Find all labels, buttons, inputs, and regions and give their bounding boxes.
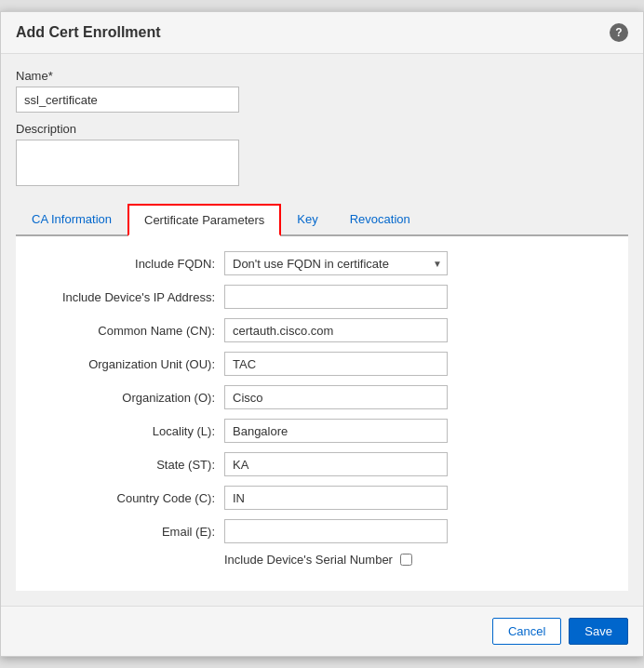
tab-certificate-parameters[interactable]: Certificate Parameters bbox=[127, 204, 281, 236]
include-device-ip-input[interactable] bbox=[224, 285, 448, 309]
tab-ca-information[interactable]: CA Information bbox=[16, 204, 127, 236]
tab-content-certificate-parameters: Include FQDN: Don't use FQDN in certific… bbox=[16, 236, 628, 591]
include-device-ip-row: Include Device's IP Address: bbox=[38, 285, 606, 309]
cancel-button[interactable]: Cancel bbox=[492, 618, 561, 645]
locality-label: Locality (L): bbox=[38, 424, 224, 438]
include-fqdn-select[interactable]: Don't use FQDN in certificate Use device… bbox=[224, 251, 448, 275]
country-code-label: Country Code (C): bbox=[38, 491, 224, 505]
dialog-footer: Cancel Save bbox=[1, 606, 643, 656]
description-label: Description bbox=[16, 122, 628, 136]
help-icon[interactable]: ? bbox=[610, 23, 628, 42]
description-input[interactable] bbox=[16, 140, 239, 186]
name-input[interactable] bbox=[16, 87, 239, 113]
org-input[interactable] bbox=[224, 385, 448, 409]
serial-number-checkbox[interactable] bbox=[400, 554, 412, 566]
org-unit-row: Organization Unit (OU): bbox=[38, 352, 606, 376]
serial-number-label: Include Device's Serial Number bbox=[224, 553, 393, 567]
common-name-label: Common Name (CN): bbox=[38, 324, 224, 338]
save-button[interactable]: Save bbox=[569, 618, 628, 645]
name-label: Name* bbox=[16, 69, 628, 83]
include-fqdn-label: Include FQDN: bbox=[38, 257, 224, 271]
include-device-ip-label: Include Device's IP Address: bbox=[38, 290, 224, 304]
description-group: Description bbox=[16, 122, 628, 189]
tab-revocation[interactable]: Revocation bbox=[334, 204, 426, 236]
include-fqdn-select-wrapper: Don't use FQDN in certificate Use device… bbox=[224, 251, 448, 275]
state-input[interactable] bbox=[224, 452, 448, 476]
email-label: Email (E): bbox=[38, 525, 224, 539]
org-unit-label: Organization Unit (OU): bbox=[38, 357, 224, 371]
include-fqdn-row: Include FQDN: Don't use FQDN in certific… bbox=[38, 251, 606, 275]
dialog-title: Add Cert Enrollment bbox=[16, 24, 161, 41]
org-row: Organization (O): bbox=[38, 385, 606, 409]
locality-row: Locality (L): bbox=[38, 419, 606, 443]
locality-input[interactable] bbox=[224, 419, 448, 443]
add-cert-enrollment-dialog: Add Cert Enrollment ? Name* Description … bbox=[0, 11, 644, 657]
serial-number-row: Include Device's Serial Number bbox=[224, 553, 606, 567]
common-name-input[interactable] bbox=[224, 318, 448, 342]
state-label: State (ST): bbox=[38, 458, 224, 472]
email-row: Email (E): bbox=[38, 519, 606, 543]
common-name-row: Common Name (CN): bbox=[38, 318, 606, 342]
org-label: Organization (O): bbox=[38, 391, 224, 405]
dialog-body: Name* Description CA Information Certifi… bbox=[1, 54, 643, 606]
name-group: Name* bbox=[16, 69, 628, 113]
country-code-row: Country Code (C): bbox=[38, 486, 606, 510]
email-input[interactable] bbox=[224, 519, 448, 543]
dialog-header: Add Cert Enrollment ? bbox=[1, 12, 643, 54]
country-code-input[interactable] bbox=[224, 486, 448, 510]
org-unit-input[interactable] bbox=[224, 352, 448, 376]
state-row: State (ST): bbox=[38, 452, 606, 476]
tab-key[interactable]: Key bbox=[281, 204, 333, 236]
tabs-container: CA Information Certificate Parameters Ke… bbox=[16, 202, 628, 236]
